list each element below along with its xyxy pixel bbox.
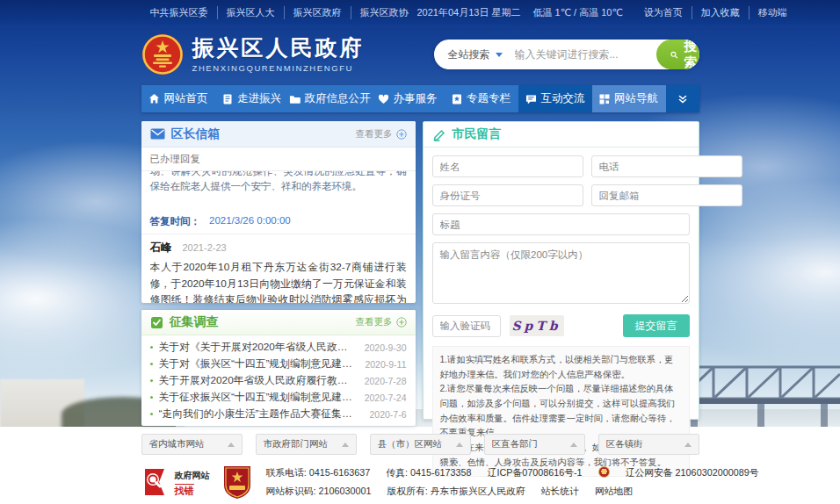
survey-list-item[interactable]: 关于开展对2020年省级人民政府履行教育职责情况满意度调查...2020-7-2… xyxy=(150,372,407,389)
survey-item-title: 关于对《关于开展对2020年省级人民政府履行教育职责情况满... xyxy=(159,341,358,355)
survey-item-date: 2020-7-6 xyxy=(369,409,406,420)
more-label: 查看更多 xyxy=(356,128,393,140)
phone-field[interactable] xyxy=(591,155,742,177)
dropdown-district-streets[interactable]: 区各镇街 xyxy=(598,434,699,455)
captcha-input[interactable] xyxy=(432,315,501,337)
nav-item-about[interactable]: 走进振兴 xyxy=(215,85,289,112)
mayor-mailbox-panel: 区长信箱 查看更多 已办理回复 场、讲解火灾时的规范操作、突发情况的应急处置等，… xyxy=(141,121,416,303)
nav-item-interaction[interactable]: 互动交流 xyxy=(518,85,592,112)
survey-item-title: “走向我们的小康生活”主题作品大赛征集启事 xyxy=(159,407,363,421)
bullet-icon xyxy=(150,413,153,415)
link-district-government[interactable]: 振兴区政府 xyxy=(284,6,351,19)
stats-link[interactable]: 站长统计 xyxy=(541,482,579,500)
bullet-icon xyxy=(150,346,153,349)
reply-time-label: 答复时间： xyxy=(150,215,201,228)
right-column: 市民留言 xyxy=(423,121,699,420)
nav-expand-button[interactable] xyxy=(666,85,699,112)
nav-label: 网站首页 xyxy=(164,91,208,106)
dropdown-label: 市政府部门网站 xyxy=(264,438,329,450)
site-error-report-logo[interactable]: 政府网站 找错 xyxy=(141,466,210,497)
search-scope-select[interactable]: 全站搜索 xyxy=(434,47,510,62)
mailbox-reply-excerpt: 场、讲解火灾时的规范操作、突发情况的应急处置等，确保给在院老人提供一个安宁、祥和… xyxy=(150,171,407,194)
nav-label: 互动交流 xyxy=(541,91,585,106)
link-district-congress[interactable]: 振兴区人大 xyxy=(217,6,284,19)
nav-item-special-topics[interactable]: 专题专栏 xyxy=(445,85,518,112)
mobile-version-link[interactable]: 移动端 xyxy=(749,6,796,19)
search-input[interactable] xyxy=(510,48,656,61)
dropdown-district-depts[interactable]: 区直各部门 xyxy=(484,434,585,455)
id-number-field[interactable] xyxy=(432,184,583,206)
survey-list: 关于对《关于开展对2020年省级人民政府履行教育职责情况满...2020-9-3… xyxy=(141,339,416,422)
nav-item-info-disclosure[interactable]: 政府信息公开 xyxy=(289,85,371,112)
security-record[interactable]: 辽公网安备 21060302000089号 xyxy=(598,464,775,482)
chat-icon xyxy=(525,94,537,104)
footer-info: 联系电话: 0415-6163637 传真: 0415-6173358 辽ICP… xyxy=(266,464,791,500)
mailbox-letter[interactable]: 石峰 2021-2-23 本人于2020年10月租下丹东万达金街32-7商铺进行… xyxy=(141,234,416,303)
link-district-cppcc[interactable]: 振兴区政协 xyxy=(351,6,417,19)
site-title: 振兴区人民政府 xyxy=(192,36,365,61)
nav-label: 走进振兴 xyxy=(237,91,281,106)
site-code: 网站标识码: 2106030001 xyxy=(266,482,372,500)
captcha-image[interactable]: SpTb xyxy=(510,315,564,336)
mailbox-title: 区长信箱 xyxy=(171,126,221,142)
search-bar: 全站搜索 搜 索 xyxy=(434,40,699,69)
captcha-row: SpTb 提交留言 xyxy=(432,314,690,337)
folder-icon xyxy=(289,94,301,104)
clipboard-check-icon xyxy=(150,316,163,329)
nav-item-sitemap[interactable]: 网站导航 xyxy=(592,85,666,112)
error-logo-line2: 找错 xyxy=(175,484,194,496)
main-navigation: 网站首页 走进振兴 政府信息公开 办事服务 专题专栏 互动交流 xyxy=(0,85,840,112)
subject-field[interactable] xyxy=(432,213,690,235)
left-column: 区长信箱 查看更多 已办理回复 场、讲解火灾时的规范操作、突发情况的应急处置等，… xyxy=(141,121,416,426)
sitemap-link[interactable]: 网站地图 xyxy=(595,482,633,500)
error-magnifier-icon xyxy=(141,467,171,497)
bullet-icon xyxy=(150,396,153,399)
nav-item-services[interactable]: 办事服务 xyxy=(371,85,445,112)
topbar-right: 2021年04月13日 星期二 低温 1℃ / 高温 10℃ 设为首页 加入收藏… xyxy=(417,6,796,19)
more-label: 查看更多 xyxy=(356,316,393,328)
set-homepage-link[interactable]: 设为首页 xyxy=(635,6,692,19)
survey-panel: 征集调查 查看更多 关于对《关于开展对2020年省级人民政府履行教育职责情况满.… xyxy=(141,310,416,426)
pencil-icon xyxy=(432,128,446,141)
reply-time-row: 答复时间： 2021/3/26 0:00:00 xyxy=(141,212,416,234)
survey-list-item[interactable]: 关于对《关于开展对2020年省级人民政府履行教育职责情况满...2020-9-3… xyxy=(150,339,407,356)
survey-more-link[interactable]: 查看更多 xyxy=(356,316,407,328)
caret-up-icon xyxy=(684,443,692,447)
survey-item-date: 2020-7-28 xyxy=(365,376,407,386)
nav-label: 专题专栏 xyxy=(467,91,511,106)
dropdown-city-dept-sites[interactable]: 市政府部门网站 xyxy=(256,434,357,455)
mailbox-more-link[interactable]: 查看更多 xyxy=(356,128,407,140)
message-content-field[interactable] xyxy=(432,242,690,304)
error-logo-line1: 政府网站 xyxy=(175,471,210,480)
add-favorite-link[interactable]: 加入收藏 xyxy=(692,6,749,19)
weather-display: 低温 1℃ / 高温 10℃ xyxy=(533,6,623,19)
dropdown-province-city-sites[interactable]: 省内城市网站 xyxy=(141,434,243,455)
dropdown-county-sites[interactable]: 县（市）区网站 xyxy=(370,434,471,455)
bullet-icon xyxy=(150,379,153,382)
nav-label: 政府信息公开 xyxy=(305,91,371,106)
survey-title: 征集调查 xyxy=(170,314,219,330)
survey-list-item[interactable]: 关于征求振兴区“十四五”规划编制意见建议的公告2020-7-24 xyxy=(150,389,407,406)
national-emblem-icon xyxy=(141,33,184,76)
link-district-committee[interactable]: 中共振兴区委 xyxy=(141,6,217,19)
caret-up-icon xyxy=(228,443,235,447)
icp-license-link[interactable]: 辽ICP备07008616号-1 xyxy=(488,464,583,482)
caret-up-icon xyxy=(456,443,463,447)
copyright: 版权所有: 丹东市振兴区人民政府 xyxy=(387,482,525,500)
gov-org-links: 中共振兴区委 振兴区人大 振兴区政府 振兴区政协 xyxy=(141,6,417,19)
survey-item-date: 2020-9-11 xyxy=(365,359,406,370)
citizen-message-panel: 市民留言 xyxy=(423,121,699,420)
letter-date: 2021-2-23 xyxy=(183,242,227,253)
submit-message-button[interactable]: 提交留言 xyxy=(623,314,690,337)
mailbox-tab-replied[interactable]: 已办理回复 xyxy=(141,148,416,171)
nav-item-home[interactable]: 网站首页 xyxy=(141,85,215,112)
letter-author: 石峰 xyxy=(150,241,172,256)
name-field[interactable] xyxy=(432,155,583,177)
survey-list-item[interactable]: “走向我们的小康生活”主题作品大赛征集启事2020-7-6 xyxy=(150,406,407,422)
search-button[interactable]: 搜 索 xyxy=(656,40,699,69)
double-chevron-down-icon xyxy=(677,94,688,104)
survey-list-item[interactable]: 关于对《振兴区“十四五”规划编制意见建议的公告》公开征...2020-9-11 xyxy=(150,356,407,372)
reply-email-field[interactable] xyxy=(591,184,742,206)
message-panel-header: 市民留言 xyxy=(424,122,699,148)
page: 中共振兴区委 振兴区人大 振兴区政府 振兴区政协 2021年04月13日 星期二… xyxy=(0,0,840,504)
